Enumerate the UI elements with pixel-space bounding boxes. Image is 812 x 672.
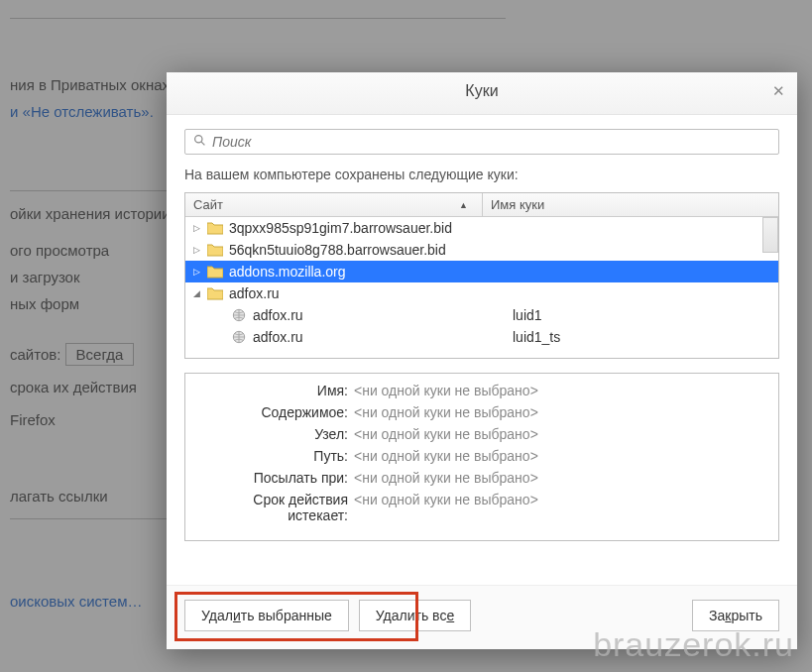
folder-icon: [207, 221, 223, 235]
cookies-dialog: Куки ✕ На вашем компьютере сохранены сле…: [167, 72, 797, 649]
folder-icon: [207, 286, 223, 300]
expand-icon[interactable]: ▷: [191, 245, 201, 255]
cookies-description: На вашем компьютере сохранены следующие …: [184, 167, 779, 182]
cookie-details-panel: Имя:<ни одной куки не выбрано> Содержимо…: [184, 373, 779, 541]
list-header: Сайт ▲ Имя куки: [185, 193, 778, 217]
expand-icon[interactable]: ▷: [191, 267, 201, 277]
cookie-row[interactable]: adfox.ru luid1_ts: [185, 326, 778, 348]
dialog-body: На вашем компьютере сохранены следующие …: [167, 115, 797, 585]
tree-folder-row[interactable]: ▷ 56qkn5tuuio8g788.barrowsauer.bid: [185, 239, 778, 261]
detail-label-content: Содержимое:: [195, 404, 354, 420]
detail-label-name: Имя:: [195, 383, 354, 398]
remove-selected-button[interactable]: Удалить выбранные: [184, 600, 349, 631]
search-icon: [193, 134, 206, 150]
detail-value-name: <ни одной куки не выбрано>: [354, 383, 538, 398]
folder-icon: [207, 243, 223, 257]
expand-icon[interactable]: ▷: [191, 223, 201, 233]
list-body[interactable]: ▷ 3qpxx985sp91gim7.barrowsauer.bid ▷ 56q…: [185, 217, 778, 358]
remove-all-button[interactable]: Удалить все: [359, 600, 471, 631]
detail-label-path: Путь:: [195, 448, 354, 464]
svg-line-1: [201, 142, 204, 145]
watermark: brauzerok.ru: [593, 625, 794, 664]
detail-label-expires: Срок действия истекает:: [195, 492, 354, 523]
cookies-list: Сайт ▲ Имя куки ▷ 3qpxx985sp91gim7.barro…: [184, 192, 779, 359]
folder-icon: [207, 265, 223, 279]
detail-value-content: <ни одной куки не выбрано>: [354, 404, 538, 420]
column-header-cookie-name[interactable]: Имя куки: [483, 193, 778, 216]
tree-folder-row[interactable]: ▷ addons.mozilla.org: [185, 261, 778, 282]
close-icon[interactable]: ✕: [772, 82, 785, 100]
scrollbar-thumb[interactable]: [762, 217, 778, 253]
cookie-row[interactable]: adfox.ru luid1: [185, 304, 778, 326]
dialog-title: Куки: [465, 82, 498, 99]
detail-value-host: <ни одной куки не выбрано>: [354, 426, 538, 442]
sort-indicator-icon: ▲: [459, 200, 468, 210]
detail-label-host: Узел:: [195, 426, 354, 442]
collapse-icon[interactable]: ◢: [191, 288, 201, 298]
globe-icon: [231, 308, 247, 322]
dialog-header: Куки ✕: [167, 72, 797, 115]
detail-value-send: <ни одной куки не выбрано>: [354, 470, 538, 486]
detail-value-expires: <ни одной куки не выбрано>: [354, 492, 538, 523]
tree-folder-row[interactable]: ▷ 3qpxx985sp91gim7.barrowsauer.bid: [185, 217, 778, 239]
search-input[interactable]: [212, 134, 770, 150]
svg-point-0: [195, 136, 202, 143]
detail-value-path: <ни одной куки не выбрано>: [354, 448, 538, 464]
column-header-site[interactable]: Сайт ▲: [185, 193, 483, 216]
globe-icon: [231, 330, 247, 344]
tree-folder-row[interactable]: ◢ adfox.ru: [185, 282, 778, 304]
detail-label-send: Посылать при:: [195, 470, 354, 486]
search-box[interactable]: [184, 129, 779, 155]
